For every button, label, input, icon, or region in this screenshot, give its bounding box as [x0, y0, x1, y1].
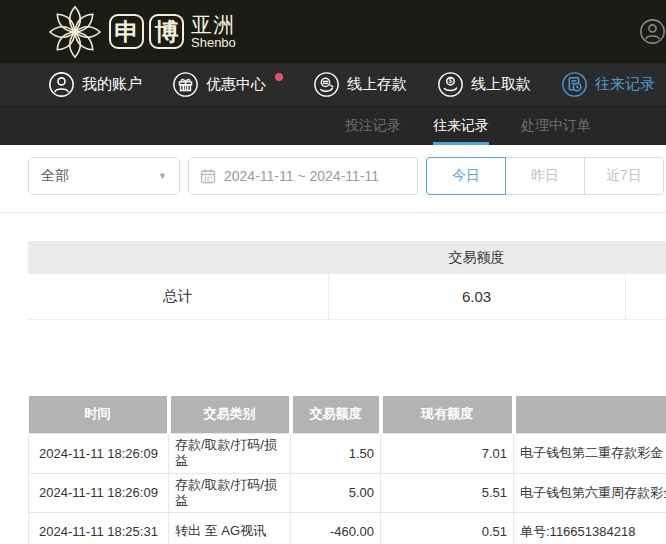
summary-table: 交易额度 总计 6.03 — [28, 241, 666, 320]
summary-total-label: 总计 — [28, 274, 328, 319]
nav-item-my-account[interactable]: 我的账户 — [48, 71, 142, 98]
summary-total-extra — [625, 274, 666, 319]
col-header-type: 交易类别 — [169, 396, 291, 434]
yesterday-button[interactable]: 昨日 — [505, 157, 585, 195]
col-header-time: 时间 — [29, 396, 169, 434]
tab-transaction-records[interactable]: 往来记录 — [433, 107, 489, 145]
main-navbar: 我的账户 优惠中心 线上存款 $ — [0, 63, 666, 107]
tab-betting-records[interactable]: 投注记录 — [345, 107, 401, 145]
cell-remark: 单号:116651384218 — [514, 513, 666, 544]
cell-type: 转出 至 AG视讯 — [169, 513, 291, 544]
cell-amount: -460.00 — [291, 513, 381, 544]
filter-row: 全部 ▼ 2024-11-11 ~ 2024-11-11 今日 昨日 近7日 — [0, 145, 666, 195]
table-row: 2024-11-11 18:26:09 存款/取款/打码/损益 5.00 5.5… — [29, 473, 666, 513]
today-button[interactable]: 今日 — [426, 157, 506, 195]
nav-item-promotions[interactable]: 优惠中心 — [172, 71, 283, 98]
cell-type: 存款/取款/打码/损益 — [169, 434, 291, 474]
records-header-row: 时间 交易类别 交易额度 现有额度 — [29, 396, 666, 434]
nav-label: 线上取款 — [471, 75, 531, 94]
cell-time: 2024-11-11 18:25:31 — [29, 513, 169, 544]
cell-remark: 电子钱包第二重存款彩金 — [514, 434, 666, 474]
cell-remark: 电子钱包第六重周存款彩金 — [514, 473, 666, 513]
nav-label: 我的账户 — [82, 75, 142, 94]
nav-label: 优惠中心 — [206, 75, 266, 94]
chevron-down-icon: ▼ — [158, 171, 167, 181]
date-range-picker[interactable]: 2024-11-11 ~ 2024-11-11 — [188, 157, 418, 195]
nav-label: 线上存款 — [347, 75, 407, 94]
cell-amount: 1.50 — [291, 434, 381, 474]
logo-char-bo: 博 — [149, 14, 184, 49]
summary-header-extra — [625, 241, 666, 274]
user-circle-icon[interactable] — [639, 18, 666, 45]
gift-icon — [172, 71, 199, 98]
nav-item-transaction-records[interactable]: 往来记录 — [561, 71, 655, 98]
quick-date-buttons: 今日 昨日 近7日 — [426, 157, 664, 195]
last-7-days-button[interactable]: 近7日 — [584, 157, 664, 195]
logo-region-label: 亚洲 — [191, 14, 236, 36]
cell-type: 存款/取款/打码/损益 — [169, 473, 291, 513]
account-area[interactable]: 9 — [639, 18, 666, 45]
calendar-icon — [200, 168, 216, 184]
tab-pending-orders[interactable]: 处理中订单 — [521, 107, 591, 145]
deposit-coin-hand-icon — [313, 71, 340, 98]
summary-total-amount: 6.03 — [328, 274, 625, 319]
withdraw-coin-hand-icon: $ — [437, 71, 464, 98]
summary-header-amount: 交易额度 — [328, 241, 625, 274]
cell-time: 2024-11-11 18:26:09 — [29, 473, 169, 513]
category-select[interactable]: 全部 ▼ — [28, 157, 180, 195]
summary-header-row: 交易额度 — [28, 241, 666, 274]
records-clock-icon — [561, 71, 588, 98]
date-range-value: 2024-11-11 ~ 2024-11-11 — [224, 168, 379, 184]
nav-item-withdraw[interactable]: $ 线上取款 — [437, 71, 531, 98]
table-row: 2024-11-11 18:26:09 存款/取款/打码/损益 1.50 7.0… — [29, 434, 666, 474]
col-header-remark — [514, 396, 666, 434]
section-divider — [0, 212, 666, 213]
records-tabbar: 投注记录 往来记录 处理中订单 — [0, 107, 666, 145]
notification-dot — [275, 73, 283, 81]
cell-time: 2024-11-11 18:26:09 — [29, 434, 169, 474]
summary-total-row: 总计 6.03 — [28, 274, 666, 319]
logo-char-shen: 申 — [109, 14, 144, 49]
svg-text:$: $ — [449, 77, 453, 84]
flower-logo-icon — [46, 3, 104, 61]
nav-item-deposit[interactable]: 线上存款 — [313, 71, 407, 98]
records-table: 时间 交易类别 交易额度 现有额度 2024-11-11 18:26:09 存款… — [28, 396, 666, 544]
logo-text: 亚洲 Shenbo — [191, 14, 236, 50]
logo-subtitle: Shenbo — [191, 36, 236, 50]
cell-balance: 7.01 — [381, 434, 514, 474]
col-header-amount: 交易额度 — [291, 396, 381, 434]
user-icon — [48, 71, 75, 98]
cell-balance: 5.51 — [381, 473, 514, 513]
category-select-value: 全部 — [41, 167, 69, 185]
brand-header: 申 博 亚洲 Shenbo 9 — [0, 0, 666, 63]
summary-header-empty — [28, 241, 328, 274]
col-header-balance: 现有额度 — [381, 396, 514, 434]
nav-label: 往来记录 — [595, 75, 655, 94]
cell-balance: 0.51 — [381, 513, 514, 544]
table-row: 2024-11-11 18:25:31 转出 至 AG视讯 -460.00 0.… — [29, 513, 666, 544]
cell-amount: 5.00 — [291, 473, 381, 513]
